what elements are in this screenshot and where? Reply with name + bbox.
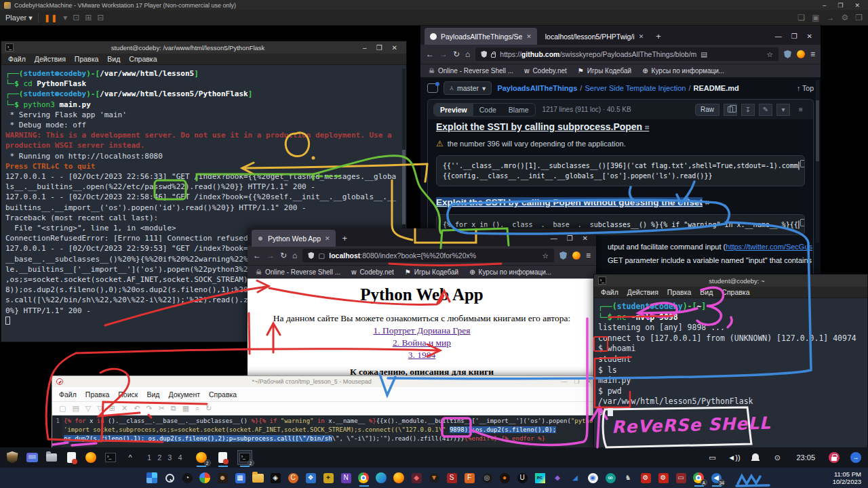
start-button[interactable] bbox=[146, 472, 158, 484]
remote-viewer-icon[interactable]: ▭ bbox=[675, 472, 687, 484]
menu-item[interactable]: Правка bbox=[85, 390, 109, 399]
firefox-window-webapp[interactable]: Python Web App✕ + — ❐ ✕ ← → ↻ ⌂ ▢ localh… bbox=[248, 228, 596, 382]
firefox-icon[interactable] bbox=[393, 472, 405, 484]
vmware-minimize-button[interactable]: – bbox=[818, 2, 830, 9]
ssti-subprocess-heading[interactable]: Exploit the SSTI by calling subprocess.P… bbox=[436, 121, 805, 134]
menu-item[interactable]: ↻ bbox=[205, 404, 212, 413]
speedtest-icon[interactable]: ◔ bbox=[181, 472, 193, 484]
menu-item[interactable]: Действия bbox=[35, 55, 66, 63]
menu-item[interactable]: Файл bbox=[59, 390, 77, 399]
mousepad-menubar[interactable]: ФайлПравкаПоискВидДокументСправка bbox=[52, 387, 599, 402]
webapp-window-close[interactable]: ✕ bbox=[583, 235, 588, 242]
reload-icon[interactable]: ↻ bbox=[453, 49, 460, 59]
onenote-icon[interactable]: N bbox=[340, 472, 352, 484]
tab-python-web-app[interactable]: Python Web App✕ bbox=[252, 230, 336, 247]
menu-item[interactable]: ▦ bbox=[182, 404, 189, 413]
ublock-shield-icon[interactable] bbox=[559, 251, 567, 260]
new-tab-button[interactable]: + bbox=[652, 31, 665, 41]
webapp-url-bar[interactable]: ▢ localhost:8080/index?book={%%20for%20x… bbox=[302, 249, 554, 262]
tab-payloadsallthethings[interactable]: PayloadsAllTheThings/Se✕ bbox=[425, 28, 537, 45]
menu-item[interactable]: Справка bbox=[722, 288, 749, 296]
menu-item[interactable]: Правка bbox=[75, 55, 98, 63]
vmware-icon[interactable]: ❖ bbox=[304, 472, 317, 484]
menu-item[interactable]: ▽ bbox=[97, 404, 102, 413]
bookmark-reverse-shell[interactable]: ☠Online - Reverse Shell ... bbox=[256, 268, 340, 276]
notes-app-icon[interactable]: ◈ bbox=[269, 472, 281, 484]
menu-item[interactable]: Правка bbox=[667, 288, 691, 296]
menu-item[interactable]: ⧉ bbox=[171, 404, 176, 413]
webapp-window-minimize[interactable]: — bbox=[551, 235, 557, 242]
volume-icon[interactable]: ◄)) bbox=[727, 451, 741, 464]
pause-dropdown-icon[interactable]: ▾ bbox=[63, 13, 67, 22]
branch-selector-button[interactable]: Ymaster ▾ bbox=[443, 81, 492, 95]
copy-file-icon[interactable] bbox=[724, 104, 737, 116]
share-vm-icon[interactable]: ❏ bbox=[797, 13, 805, 22]
menu-item[interactable]: Справка bbox=[209, 390, 237, 399]
menu-item[interactable]: Вид bbox=[146, 390, 159, 399]
top-link[interactable]: ↑ Top bbox=[797, 84, 814, 92]
menu-item[interactable]: Действия bbox=[627, 288, 658, 296]
home-icon[interactable]: ⌂ bbox=[292, 251, 297, 260]
menu-item[interactable]: ↶ bbox=[134, 404, 140, 413]
tracking-shield-icon[interactable] bbox=[308, 252, 314, 259]
chevron-up-icon[interactable]: ^ bbox=[123, 451, 137, 464]
mousepad-icon[interactable] bbox=[64, 451, 78, 464]
player-menu[interactable]: Player ▾ bbox=[5, 14, 33, 22]
code-block-subprocess[interactable]: {{''.__class__.mro()[1].__subclasses__()… bbox=[436, 155, 805, 186]
send-ctrl-alt-del-icon[interactable]: ⊡ bbox=[73, 13, 79, 22]
bookmark-igry-kodebay[interactable]: ⚑Игры Кодебай bbox=[405, 268, 458, 276]
menu-item[interactable]: Файл bbox=[8, 55, 26, 63]
vmware-close-button[interactable]: ✕ bbox=[850, 2, 864, 9]
download-icon[interactable]: ↧ bbox=[741, 104, 755, 116]
camtasia-icon[interactable]: ∞ bbox=[604, 472, 616, 484]
terminal1-titlebar[interactable]: ›_ student@codeby: /var/www/html/lesson5… bbox=[1, 41, 406, 54]
dragon-app-icon[interactable]: ♞ bbox=[622, 472, 634, 484]
outline-icon[interactable]: ≡ bbox=[794, 104, 808, 116]
menu-item[interactable]: ⊞ bbox=[109, 404, 115, 413]
mousepad-toolbar[interactable]: ▢▤▽▽⊞✕↶↷✂⧉▦⌕↻ bbox=[52, 402, 599, 415]
mousepad-maximize-button[interactable]: ❐ bbox=[570, 378, 583, 385]
back-icon[interactable]: ← bbox=[253, 251, 261, 260]
chrome-profile-icon[interactable]: A bbox=[692, 472, 705, 484]
tab-close-icon[interactable]: ✕ bbox=[325, 235, 330, 242]
clock[interactable]: 23:05 bbox=[796, 453, 815, 462]
codeby-app-icon[interactable]: C bbox=[287, 472, 299, 484]
menu-item[interactable]: ↷ bbox=[146, 404, 152, 413]
tab-localhost-phptwig[interactable]: localhost/lesson5/PHPTwig/i✕ bbox=[540, 28, 649, 45]
ublock-shield-icon[interactable] bbox=[784, 50, 791, 58]
tracking-shield-icon[interactable] bbox=[481, 51, 487, 58]
show-desktop-icon[interactable] bbox=[25, 451, 39, 464]
calendar-icon[interactable]: ▦ bbox=[234, 472, 246, 484]
assistant-app-icon[interactable]: ☻ bbox=[216, 472, 229, 484]
tab-blame[interactable]: Blame bbox=[502, 104, 535, 116]
messenger-icon[interactable]: ◀34 bbox=[710, 472, 722, 484]
bookmark-kursy[interactable]: ⊕Курсы по информаци... bbox=[469, 268, 551, 276]
terminal1-close-button[interactable]: ✕ bbox=[387, 44, 402, 52]
bookmark-reverse-shell[interactable]: ☠Online - Reverse Shell ... bbox=[429, 67, 513, 75]
visual-studio-icon[interactable]: ◆ bbox=[551, 472, 564, 484]
bookmark-codeby[interactable]: wCodeby.net bbox=[524, 67, 567, 75]
home-icon[interactable]: ⌂ bbox=[465, 49, 470, 59]
reader-view-icon[interactable]: ▤ bbox=[701, 50, 707, 58]
mousepad-editor[interactable]: 1 {% for x in ().__class__.__base__.__su… bbox=[52, 415, 599, 448]
lens-app-icon[interactable]: ◎ bbox=[481, 472, 493, 484]
terminal1-menubar[interactable]: ФайлДействияПравкаВидСправка bbox=[1, 54, 406, 65]
menu-hamburger-icon[interactable]: ≡ bbox=[586, 251, 591, 260]
terminal2-menubar[interactable]: ФайлДействияПравкаВидСправка bbox=[594, 287, 867, 298]
menu-hamburger-icon[interactable]: ≡ bbox=[810, 49, 815, 59]
terminal-icon[interactable]: ›_ bbox=[104, 451, 117, 464]
screen-lock-icon[interactable] bbox=[827, 451, 841, 464]
tab-code[interactable]: Code bbox=[473, 104, 502, 116]
bookmark-igry-kodebay[interactable]: ⚑Игры Кодебай bbox=[578, 67, 631, 75]
back-icon[interactable]: ← bbox=[426, 49, 434, 59]
bookmark-star-icon[interactable]: ☆ bbox=[767, 50, 773, 58]
edit-dropdown-icon[interactable]: ▾ bbox=[776, 104, 790, 116]
mousepad-window[interactable]: *~/Рабочий стол/tmp_lesson_5 - Mousepad … bbox=[52, 375, 599, 449]
raw-button[interactable]: Raw bbox=[695, 104, 719, 116]
bookmark-kursy[interactable]: ⊕Курсы по информаци... bbox=[642, 67, 724, 75]
power-manager-icon[interactable]: ⊙ bbox=[770, 451, 784, 464]
notifications-bell-icon[interactable] bbox=[749, 451, 762, 464]
firefox-icon[interactable] bbox=[84, 451, 98, 464]
breadcrumb-dir-link[interactable]: Server Side Template Injection bbox=[585, 84, 686, 92]
menu-item[interactable]: ✂ bbox=[159, 404, 165, 413]
